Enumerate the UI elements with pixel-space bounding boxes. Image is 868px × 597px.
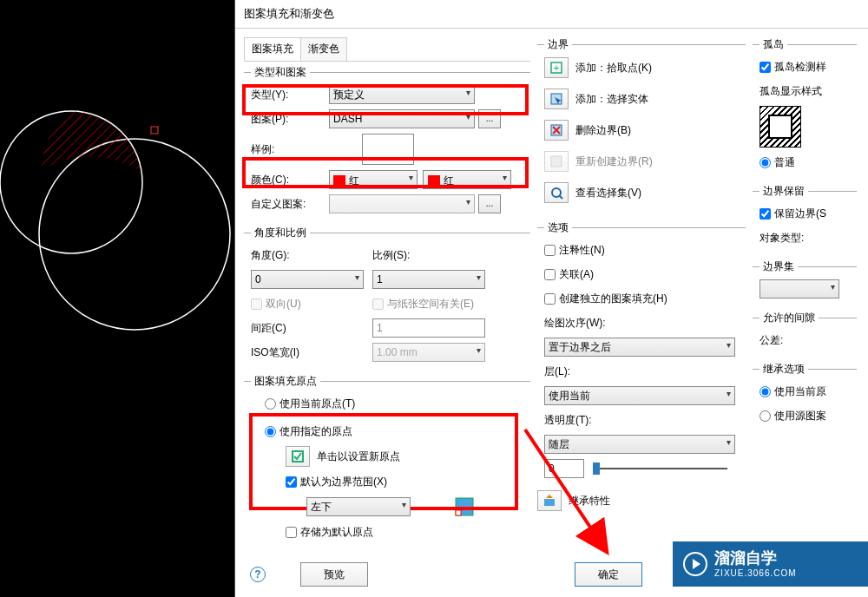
group-angle-scale: 角度和比例 角度(G): 比例(S): 0 1 双向(U) 与纸张空间有关(E)… bbox=[244, 226, 530, 367]
canvas-drawing bbox=[0, 0, 234, 597]
paper-rel-check: 与纸张空间有关(E) bbox=[372, 297, 474, 312]
independent-check[interactable]: 创建独立的图案填充(H) bbox=[544, 292, 667, 306]
svg-text:+: + bbox=[554, 62, 559, 73]
ok-button[interactable]: 确定 bbox=[575, 562, 642, 587]
svg-rect-6 bbox=[456, 510, 461, 515]
default-bounds-check[interactable]: 默认为边界范围(X) bbox=[286, 475, 387, 489]
dialog-tabs: 图案填充 渐变色 bbox=[244, 37, 530, 62]
pattern-browse-button[interactable]: ... bbox=[478, 109, 501, 128]
retain-boundary-check[interactable]: 保留边界(S bbox=[760, 207, 826, 221]
svg-rect-3 bbox=[151, 127, 158, 134]
island-normal-radio[interactable]: 普通 bbox=[760, 155, 795, 170]
sample-swatch[interactable] bbox=[362, 134, 414, 165]
delete-boundary-button[interactable] bbox=[544, 120, 569, 141]
scale-select[interactable]: 1 bbox=[372, 270, 485, 289]
recreate-boundary-button bbox=[544, 151, 569, 172]
island-detect-check[interactable]: 孤岛检测样 bbox=[760, 60, 826, 75]
group-islands: 孤岛 孤岛检测样 孤岛显示样式 普通 bbox=[753, 37, 857, 177]
pick-origin-label: 单击以设置新原点 bbox=[317, 449, 400, 464]
use-current-origin-radio[interactable]: 使用当前原点(T) bbox=[265, 397, 355, 411]
boundary-set-select[interactable] bbox=[760, 279, 839, 298]
use-specified-origin-radio[interactable]: 使用指定的原点 bbox=[265, 424, 352, 439]
custom-pattern-label: 自定义图案: bbox=[251, 197, 329, 212]
pattern-label: 图案(P): bbox=[251, 112, 329, 127]
draw-order-select[interactable]: 置于边界之后 bbox=[544, 338, 735, 357]
svg-rect-11 bbox=[551, 156, 562, 167]
tab-gradient[interactable]: 渐变色 bbox=[300, 37, 347, 61]
isopen-select: 1.00 mm bbox=[372, 343, 485, 362]
tab-hatch[interactable]: 图案填充 bbox=[244, 37, 301, 61]
transparency-value[interactable] bbox=[544, 459, 584, 478]
island-preview[interactable] bbox=[760, 106, 801, 148]
watermark-play-icon bbox=[683, 552, 707, 576]
group-gap: 允许的间隙 公差: bbox=[753, 311, 857, 355]
spacing-input bbox=[372, 318, 485, 338]
origin-preview-icon bbox=[454, 496, 475, 517]
associative-check[interactable]: 关联(A) bbox=[544, 267, 594, 282]
isopen-label: ISO笔宽(I) bbox=[251, 345, 372, 360]
preview-button[interactable]: 预览 bbox=[300, 562, 368, 587]
inherit-source-radio[interactable]: 使用源图案 bbox=[760, 409, 826, 423]
bidir-check: 双向(U) bbox=[251, 297, 372, 312]
group-retain: 边界保留 保留边界(S 对象类型: bbox=[753, 184, 857, 253]
watermark: 溜溜自学 ZIXUE.3066.COM bbox=[673, 541, 868, 587]
origin-pos-select[interactable]: 左下 bbox=[306, 497, 411, 516]
color1-select[interactable] bbox=[329, 170, 418, 189]
type-select[interactable]: 预定义 bbox=[329, 85, 475, 104]
custom-pattern-select bbox=[329, 194, 475, 213]
layer-label: 层(L): bbox=[544, 364, 570, 379]
transparency-select[interactable]: 随层 bbox=[544, 435, 735, 454]
type-label: 类型(Y): bbox=[251, 88, 329, 102]
group-type-pattern: 类型和图案 类型(Y): 预定义 图案(P): DASH ... 样例: bbox=[244, 65, 530, 219]
cad-canvas-area[interactable] bbox=[0, 0, 234, 597]
group-options: 选项 注释性(N) 关联(A) 创建独立的图案填充(H) 绘图次序(W): 置于… bbox=[537, 220, 746, 483]
angle-select[interactable]: 0 bbox=[251, 270, 364, 289]
group-inherit-opt: 继承选项 使用当前原 使用源图案 bbox=[753, 362, 857, 430]
draw-order-label: 绘图次序(W): bbox=[544, 316, 606, 331]
inherit-props-button[interactable] bbox=[537, 490, 562, 511]
view-selection-button[interactable] bbox=[544, 182, 569, 203]
dialog-title: 图案填充和渐变色 bbox=[235, 0, 868, 29]
layer-select[interactable]: 使用当前 bbox=[544, 386, 735, 405]
hatch-dialog: 图案填充和渐变色 图案填充 渐变色 类型和图案 类型(Y): 预定义 图案(P)… bbox=[234, 0, 868, 597]
angle-label: 角度(G): bbox=[251, 248, 372, 263]
svg-rect-14 bbox=[544, 499, 555, 506]
svg-line-13 bbox=[559, 195, 562, 199]
group-boundary: 边界 +添加：拾取点(K) 添加：选择实体 删除边界(B) 重新创建边界(R) … bbox=[537, 37, 746, 213]
store-default-origin-check[interactable]: 存储为默认原点 bbox=[286, 525, 373, 540]
group-boundary-set: 边界集 bbox=[753, 259, 857, 304]
color2-select[interactable] bbox=[423, 170, 511, 189]
custom-pattern-browse[interactable]: ... bbox=[478, 194, 501, 213]
transparency-slider[interactable] bbox=[593, 468, 727, 469]
sample-label: 样例: bbox=[251, 142, 329, 157]
inherit-current-radio[interactable]: 使用当前原 bbox=[760, 384, 826, 399]
pick-origin-button[interactable] bbox=[286, 446, 310, 467]
spacing-label: 间距(C) bbox=[251, 321, 372, 336]
transparency-label: 透明度(T): bbox=[544, 413, 592, 428]
add-pick-point-button[interactable]: + bbox=[544, 57, 569, 78]
pattern-select[interactable]: DASH bbox=[329, 109, 475, 128]
add-select-entity-button[interactable] bbox=[544, 89, 569, 109]
scale-label: 比例(S): bbox=[372, 248, 410, 263]
group-origin: 图案填充原点 使用当前原点(T) 使用指定的原点 单击以设置新原点 默认为边界范… bbox=[244, 374, 530, 547]
color-label: 颜色(C): bbox=[251, 173, 329, 187]
help-icon[interactable]: ? bbox=[250, 567, 266, 582]
annotative-check[interactable]: 注释性(N) bbox=[544, 243, 605, 258]
